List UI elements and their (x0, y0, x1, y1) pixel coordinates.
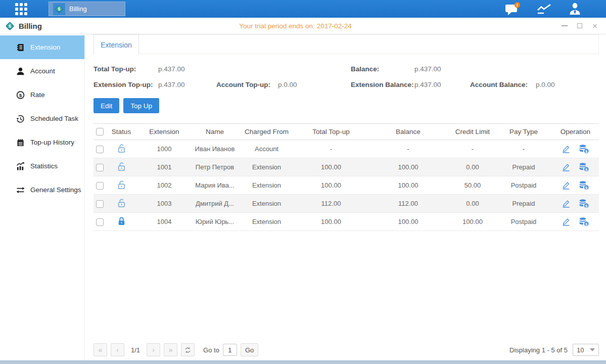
balance-summary: Total Top-up: p.437.00 Balance: p.437.00… (94, 61, 599, 93)
topup-coins-icon[interactable]: $ (579, 217, 589, 226)
sidebar-item-rate[interactable]: $ Rate (0, 83, 84, 107)
col-total-topup: Total Top-up (296, 124, 366, 140)
status-cell (106, 195, 136, 213)
rate-dollar-icon: $ (16, 90, 25, 100)
operation-cell: $ (552, 176, 599, 194)
credit-limit-cell: 100.00 (450, 213, 495, 231)
pay-type-cell: Prepaid (495, 158, 552, 176)
table-row: 1000Иван ИвановAccount----$ (94, 140, 599, 158)
pagination-bar: « ‹ 1/1 › » Go to Go Displaying 1 - 5 of… (94, 343, 599, 357)
total-topup-cell: 100.00 (296, 213, 366, 231)
row-checkbox[interactable] (96, 182, 104, 190)
sidebar-item-statistics[interactable]: Statistics (0, 154, 84, 178)
chevron-down-icon (590, 348, 595, 351)
user-account-icon[interactable] (568, 2, 582, 16)
lock-open-icon (117, 198, 126, 208)
account-person-icon (16, 67, 25, 76)
select-all-checkbox[interactable] (96, 128, 104, 135)
balance-cell: 100.00 (366, 176, 450, 195)
charged-from-cell: Extension (238, 176, 296, 195)
total-topup-value: p.437.00 (158, 65, 216, 73)
row-checkbox[interactable] (96, 200, 104, 208)
pay-type-cell: - (495, 140, 552, 158)
status-cell (106, 213, 136, 231)
name-cell: Юрий Юрь... (192, 213, 238, 231)
edit-pencil-icon[interactable] (562, 181, 571, 190)
extension-balance-value: p.437.00 (414, 81, 470, 88)
topup-coins-icon[interactable]: $ (579, 181, 589, 190)
refresh-button[interactable] (181, 343, 195, 356)
operation-cell: $ (552, 213, 599, 231)
sidebar-item-topup-history[interactable]: Top-up History (0, 130, 84, 154)
status-cell (106, 176, 136, 195)
balance-label: Balance: (351, 65, 414, 73)
close-icon[interactable]: × (591, 22, 599, 30)
last-page-button[interactable]: » (164, 343, 177, 356)
billing-window-icon: $ (5, 21, 15, 31)
resource-monitor-chart-icon[interactable] (537, 3, 552, 15)
taskbar-tab-billing[interactable]: $ Billing (49, 2, 125, 16)
app-launcher-grid-icon[interactable] (15, 3, 27, 15)
extension-cell: 1003 (136, 195, 192, 213)
credit-limit-cell: 0.00 (450, 158, 495, 176)
general-settings-arrows-icon (16, 186, 25, 195)
edit-pencil-icon[interactable] (562, 145, 571, 153)
row-checkbox[interactable] (96, 164, 104, 171)
row-checkbox[interactable] (96, 218, 104, 226)
prev-page-button[interactable]: ‹ (111, 343, 124, 356)
top-up-button[interactable]: Top Up (123, 98, 159, 113)
taskbar-tab-label: Billing (69, 5, 87, 13)
balance-value: p.437.00 (414, 65, 470, 73)
tab-strip-empty (139, 34, 599, 54)
window-bottom-edge (0, 360, 606, 364)
tab-extension[interactable]: Extension (94, 34, 139, 55)
total-topup-cell: - (296, 140, 366, 158)
extensions-table: Status Extension Name Charged From Total… (94, 123, 599, 231)
edit-button[interactable]: Edit (94, 98, 119, 113)
edit-pencil-icon[interactable] (562, 163, 571, 171)
minimize-icon[interactable] (561, 22, 569, 30)
table-row: 1001Петр ПетровExtension100.00100.000.00… (94, 158, 599, 176)
balance-cell: 100.00 (366, 213, 450, 231)
status-cell (106, 158, 136, 176)
sidebar-item-label: Top-up History (30, 139, 74, 146)
account-topup-value: p.0.00 (278, 81, 351, 88)
page-size-select[interactable]: 10 (573, 344, 599, 356)
account-balance-value: p.0.00 (536, 81, 599, 88)
charged-from-cell: Extension (238, 158, 296, 176)
topup-coins-icon[interactable]: $ (579, 163, 589, 172)
maximize-icon[interactable] (576, 22, 584, 30)
topup-coins-icon[interactable]: $ (579, 199, 589, 208)
edit-pencil-icon[interactable] (562, 217, 571, 226)
edit-pencil-icon[interactable] (562, 199, 571, 208)
charged-from-cell: Extension (238, 195, 296, 213)
sidebar-item-general-settings[interactable]: General Settings (0, 178, 84, 202)
table-row: 1002Мария Ива...Extension100.00100.0050.… (94, 176, 599, 195)
go-button[interactable]: Go (241, 343, 258, 356)
sidebar-item-label: Rate (30, 91, 45, 99)
sidebar-item-extension[interactable]: Extension (0, 35, 84, 59)
sidebar-item-label: Statistics (30, 162, 58, 170)
goto-page-input[interactable] (223, 344, 237, 356)
topup-coins-icon[interactable]: $ (579, 145, 589, 154)
window-title: Billing (19, 22, 42, 30)
extension-cell: 1000 (136, 140, 192, 158)
operation-cell: $ (552, 158, 599, 176)
sidebar-item-label: General Settings (30, 186, 81, 194)
row-checkbox[interactable] (96, 146, 104, 153)
extension-topup-value: p.437.00 (158, 81, 216, 88)
extension-book-icon (16, 43, 25, 52)
account-balance-label: Account Balance: (470, 81, 536, 88)
first-page-button[interactable]: « (94, 343, 107, 356)
extension-cell: 1002 (136, 176, 192, 195)
total-topup-cell: 100.00 (296, 176, 366, 195)
sidebar-item-account[interactable]: Account (0, 59, 84, 83)
sidebar-item-scheduled-task[interactable]: Scheduled Task (0, 107, 84, 130)
next-page-button[interactable]: › (147, 343, 160, 356)
svg-text:$: $ (58, 7, 61, 12)
chat-icon[interactable]: ! (504, 2, 521, 16)
statistics-chart-icon (16, 162, 25, 171)
lock-open-icon (117, 180, 126, 190)
name-cell: Иван Иванов (192, 140, 238, 158)
page-size-value: 10 (577, 346, 584, 354)
